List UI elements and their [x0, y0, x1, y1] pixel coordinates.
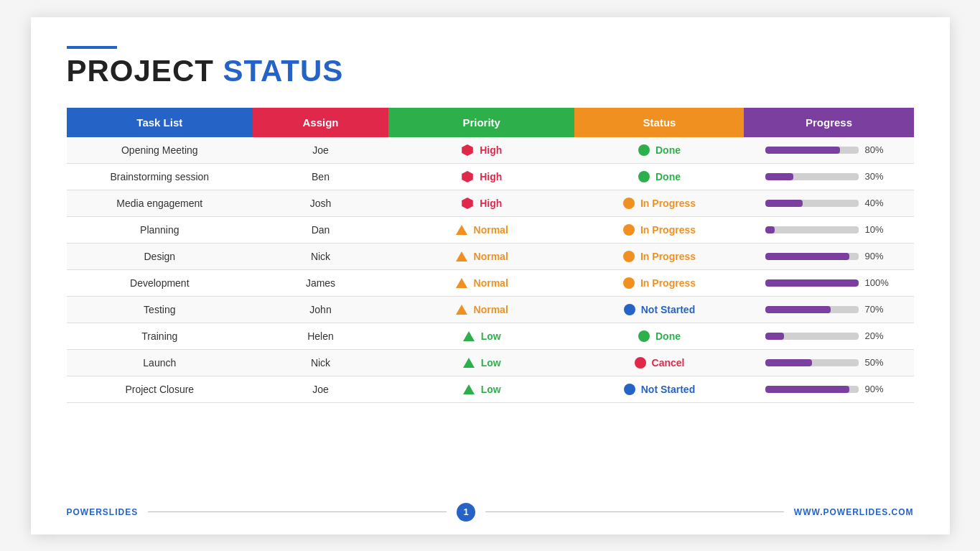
col-header-assign: Assign [253, 108, 388, 137]
priority-icon-normal [455, 250, 468, 263]
project-table: Task List Assign Priority Status Progres… [67, 108, 914, 403]
svg-marker-6 [456, 305, 467, 315]
priority-label: Normal [474, 304, 508, 315]
cell-priority: Low [388, 376, 575, 402]
status-dot [623, 224, 635, 236]
svg-marker-4 [456, 251, 467, 261]
cell-task: Training [67, 323, 253, 349]
priority-icon-normal [455, 277, 468, 290]
cell-assign: Nick [253, 243, 388, 269]
priority-icon-low [462, 356, 475, 369]
footer-line-left [148, 511, 447, 512]
title-bar: PROJECT STATUS [67, 46, 914, 88]
priority-label: Low [481, 384, 501, 395]
cell-status: In Progress [574, 190, 744, 216]
cell-status: Cancel [574, 349, 744, 376]
priority-icon-high [461, 197, 474, 210]
table-row: DesignNickNormalIn Progress90% [67, 243, 914, 269]
table-header-row: Task List Assign Priority Status Progres… [67, 108, 914, 137]
status-label: Done [655, 330, 681, 342]
progress-percent: 90% [864, 251, 892, 261]
svg-marker-2 [462, 198, 473, 209]
progress-bar-fill [765, 226, 775, 233]
status-dot [623, 251, 635, 262]
progress-percent: 50% [864, 357, 892, 368]
col-header-priority: Priority [388, 108, 575, 137]
footer-power: POWER [67, 507, 103, 517]
priority-icon-normal [455, 223, 468, 236]
priority-icon-high [461, 170, 474, 183]
status-label: Cancel [652, 357, 685, 369]
cell-assign: Helen [253, 323, 388, 349]
table-row: PlanningDanNormalIn Progress10% [67, 216, 914, 243]
progress-bar-bg [765, 253, 859, 260]
cell-task: Media engagement [67, 190, 253, 216]
cell-assign: John [253, 296, 388, 323]
progress-bar-fill [765, 359, 812, 366]
progress-bar-fill [765, 333, 784, 340]
priority-label: Low [481, 330, 501, 342]
progress-bar-fill [765, 306, 831, 313]
cell-task: Brainstorming session [67, 163, 253, 190]
cell-task: Opening Meeting [67, 137, 253, 164]
footer-slides: SLIDES [103, 507, 138, 517]
status-dot [635, 357, 646, 369]
progress-percent: 20% [864, 330, 892, 341]
progress-percent: 100% [864, 277, 892, 288]
footer-website: WWW.POWERLIDES.COM [794, 507, 914, 517]
cell-priority: Normal [388, 269, 575, 296]
svg-marker-3 [456, 225, 467, 235]
cell-status: In Progress [574, 216, 744, 243]
priority-label: High [480, 144, 502, 156]
table-row: DevelopmentJamesNormalIn Progress100% [67, 269, 914, 296]
cell-progress: 90% [744, 243, 913, 269]
progress-percent: 10% [864, 224, 892, 235]
status-dot [624, 304, 635, 315]
progress-bar-bg [765, 200, 859, 207]
cell-status: Done [574, 323, 744, 349]
status-dot [624, 384, 635, 395]
progress-percent: 40% [864, 198, 892, 208]
cell-priority: Normal [388, 296, 575, 323]
priority-icon-high [461, 144, 474, 157]
progress-bar-bg [765, 279, 859, 287]
progress-bar-fill [765, 200, 803, 207]
priority-icon-normal [455, 303, 468, 316]
priority-label: Normal [474, 224, 508, 236]
progress-bar-fill [765, 173, 793, 180]
progress-bar-bg [765, 226, 859, 233]
table-row: TrainingHelenLowDone20% [67, 323, 914, 349]
status-dot [623, 198, 635, 209]
col-header-progress: Progress [744, 108, 913, 137]
progress-bar-fill [765, 386, 849, 393]
progress-percent: 80% [864, 144, 892, 155]
cell-progress: 10% [744, 216, 913, 243]
cell-progress: 80% [744, 137, 913, 164]
progress-bar-bg [765, 173, 859, 180]
title-accent [67, 46, 117, 49]
svg-marker-1 [462, 171, 473, 182]
status-dot [623, 277, 635, 289]
progress-bar-fill [765, 253, 849, 260]
progress-bar-bg [765, 306, 859, 313]
cell-task: Testing [67, 296, 253, 323]
svg-marker-8 [463, 358, 475, 368]
cell-assign: Joe [253, 376, 388, 402]
cell-status: In Progress [574, 243, 744, 269]
table-row: Opening MeetingJoeHighDone80% [67, 137, 914, 164]
status-label: In Progress [640, 277, 696, 289]
priority-label: Normal [474, 277, 508, 289]
priority-icon-low [462, 330, 475, 343]
footer: POWERSLIDES 1 WWW.POWERLIDES.COM [67, 503, 914, 522]
footer-line-right [485, 511, 784, 512]
cell-priority: Normal [388, 216, 575, 243]
status-label: In Progress [640, 224, 696, 236]
cell-assign: James [253, 269, 388, 296]
cell-progress: 30% [744, 163, 913, 190]
cell-status: In Progress [574, 269, 744, 296]
svg-marker-9 [463, 384, 475, 394]
table-row: Project ClosureJoeLowNot Started90% [67, 376, 914, 402]
cell-progress: 100% [744, 269, 913, 296]
cell-status: Done [574, 163, 744, 190]
progress-bar-fill [765, 279, 859, 287]
